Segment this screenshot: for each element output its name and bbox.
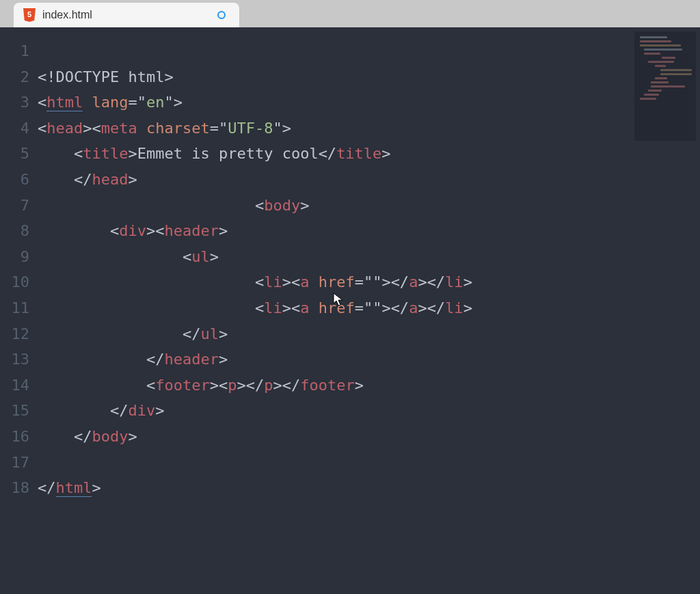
line-number: 3 bbox=[0, 90, 29, 116]
line-number: 15 bbox=[0, 398, 29, 424]
minimap-line bbox=[655, 77, 667, 79]
minimap-line bbox=[640, 40, 671, 42]
minimap-line bbox=[662, 57, 675, 59]
minimap-line bbox=[640, 44, 681, 46]
minimap-line bbox=[640, 98, 656, 100]
code-line[interactable]: </div> bbox=[38, 398, 700, 424]
line-number: 14 bbox=[0, 373, 29, 399]
line-number: 11 bbox=[0, 295, 29, 321]
line-number: 18 bbox=[0, 475, 29, 501]
code-line[interactable]: <!DOCTYPE html> bbox=[38, 64, 700, 90]
line-number: 7 bbox=[0, 193, 29, 219]
code-line[interactable]: </body> bbox=[38, 424, 700, 450]
code-line[interactable]: <html lang="en"> bbox=[38, 90, 700, 116]
line-number: 8 bbox=[0, 218, 29, 244]
code-line[interactable]: <footer><p></p></footer> bbox=[38, 373, 700, 399]
line-number: 13 bbox=[0, 347, 29, 373]
minimap[interactable] bbox=[634, 31, 696, 141]
code-line[interactable]: <li><a href=""></a></li> bbox=[38, 269, 700, 295]
minimap-line bbox=[644, 49, 682, 51]
line-number: 12 bbox=[0, 321, 29, 347]
code-line[interactable] bbox=[38, 501, 700, 527]
code-line[interactable]: <head><meta charset="UTF-8"> bbox=[38, 116, 700, 141]
line-number: 10 bbox=[0, 269, 29, 295]
file-tab[interactable]: index.html bbox=[14, 3, 239, 27]
minimap-line bbox=[644, 94, 659, 96]
line-number: 16 bbox=[0, 424, 29, 450]
minimap-line bbox=[644, 53, 660, 55]
unsaved-indicator-icon bbox=[217, 11, 226, 19]
code-line[interactable]: <div><header> bbox=[38, 218, 700, 244]
line-number: 4 bbox=[0, 116, 29, 141]
code-area[interactable]: <!DOCTYPE html><html lang="en"><head><me… bbox=[38, 27, 700, 594]
code-line[interactable]: </html> bbox=[38, 475, 700, 501]
line-number: 2 bbox=[0, 64, 29, 90]
line-number: 1 bbox=[0, 38, 29, 64]
minimap-line bbox=[660, 69, 692, 71]
tab-bar: index.html bbox=[0, 0, 700, 27]
line-number: 17 bbox=[0, 450, 29, 476]
line-number-gutter: 1 2 3 4 5 6 7 8 9 10 11 12 13 14 15 16 1… bbox=[0, 27, 38, 594]
line-number: 5 bbox=[0, 141, 29, 167]
code-line[interactable]: <ul> bbox=[38, 244, 700, 270]
code-line[interactable]: </ul> bbox=[38, 321, 700, 347]
minimap-line bbox=[651, 85, 685, 87]
minimap-line bbox=[648, 61, 674, 63]
code-line[interactable]: <body> bbox=[38, 193, 700, 219]
minimap-line bbox=[640, 36, 667, 38]
minimap-line bbox=[651, 81, 669, 83]
minimap-line bbox=[655, 65, 666, 67]
line-number: 9 bbox=[0, 244, 29, 270]
html5-icon bbox=[23, 8, 36, 22]
minimap-line bbox=[660, 73, 692, 75]
minimap-line bbox=[648, 90, 662, 92]
code-editor[interactable]: 1 2 3 4 5 6 7 8 9 10 11 12 13 14 15 16 1… bbox=[0, 27, 700, 594]
code-line[interactable]: </header> bbox=[38, 347, 700, 373]
tab-filename: index.html bbox=[42, 9, 92, 21]
code-line[interactable]: </head> bbox=[38, 167, 700, 193]
line-number: 6 bbox=[0, 167, 29, 193]
code-line[interactable]: <title>Emmet is pretty cool</title> bbox=[38, 141, 700, 167]
code-line[interactable] bbox=[38, 450, 700, 476]
code-line[interactable]: <li><a href=""></a></li> bbox=[38, 295, 700, 321]
